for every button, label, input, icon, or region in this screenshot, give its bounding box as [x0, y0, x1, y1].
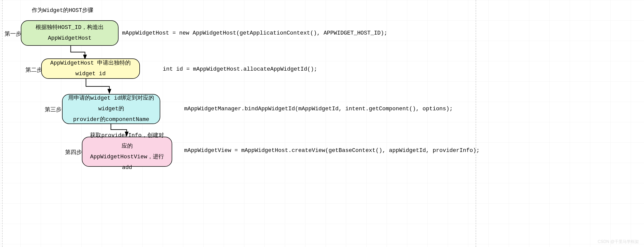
diagram-title: 作为Widget的HOST步骤 — [32, 6, 93, 14]
step-label-2: 第二步 — [25, 66, 42, 74]
guide-line-left — [2, 0, 3, 247]
code-step-2: int id = mAppWidgetHost.allocateAppWidge… — [163, 66, 317, 72]
node-step-2: AppWidgetHost 申请出独特的widget id — [41, 58, 140, 79]
code-step-4: mAppWidgetView = mAppWidgetHost.createVi… — [184, 147, 480, 154]
node-step-3-text: 用申请的widget id绑定到对应的widget的 provider的comp… — [68, 93, 155, 125]
node-step-2-text: AppWidgetHost 申请出独特的widget id — [47, 58, 134, 79]
code-step-3: mAppWidgetManager.bindAppWidgetId(mAppWi… — [184, 106, 453, 112]
node-step-3: 用申请的widget id绑定到对应的widget的 provider的comp… — [62, 94, 160, 124]
arrow-2-3 — [81, 79, 116, 95]
step-label-4: 第四步 — [65, 148, 82, 156]
node-step-4: 获取providerInfo，创建对应的 AppWidgetHostView，进… — [82, 137, 172, 167]
node-step-1-text: 根据独特HOST_ID，构造出AppWidgetHost — [26, 22, 113, 44]
node-step-4-text: 获取providerInfo，创建对应的 AppWidgetHostView，进… — [87, 130, 167, 173]
watermark: CSDN @千里马学框架 — [598, 239, 639, 244]
code-step-1: mAppWidgetHost = new AppWidgetHost(getAp… — [122, 30, 387, 36]
node-step-1: 根据独特HOST_ID，构造出AppWidgetHost — [21, 20, 119, 46]
step-label-3: 第三步 — [45, 106, 62, 113]
step-label-1: 第一步 — [5, 30, 21, 38]
guide-line-right — [476, 0, 476, 247]
